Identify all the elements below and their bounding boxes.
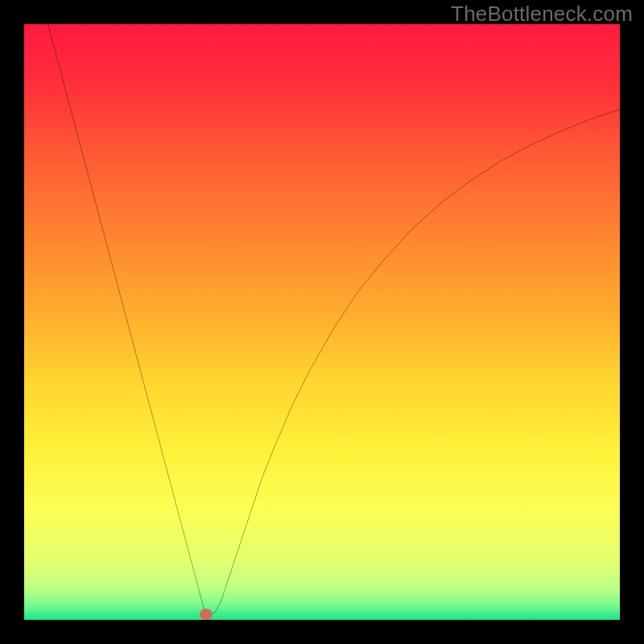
curve-layer — [24, 24, 620, 620]
plot-area — [24, 24, 620, 620]
watermark-text: TheBottleneck.com — [451, 2, 633, 27]
bottleneck-curve — [48, 24, 620, 614]
minimum-marker — [200, 609, 213, 620]
chart-frame: TheBottleneck.com — [0, 0, 644, 644]
